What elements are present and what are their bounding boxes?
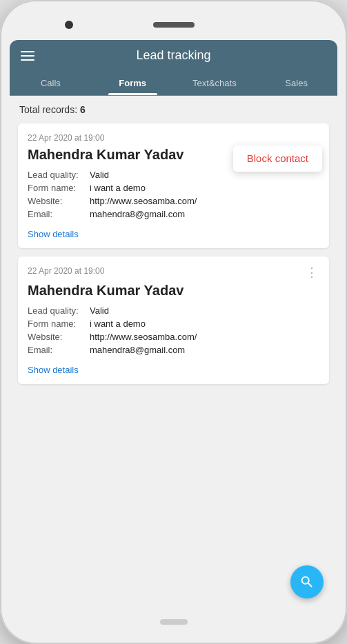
detail-email-1: Email: mahendra8@gmail.com xyxy=(28,209,319,219)
phone-bottom-bar xyxy=(160,612,188,632)
tabs-bar: Calls Forms Text&chats Sales xyxy=(10,71,337,96)
phone-home-button xyxy=(160,619,188,625)
app-title: Lead tracking xyxy=(136,48,210,63)
show-details-link-2[interactable]: Show details xyxy=(28,365,79,375)
app-header: Lead tracking xyxy=(10,40,337,71)
form-name-value-1: i want a demo xyxy=(90,183,146,193)
block-contact-label[interactable]: Block contact xyxy=(247,152,308,164)
card-top-row-2: 22 Apr 2020 at 19:00 ⋮ xyxy=(28,266,319,279)
search-icon xyxy=(299,574,315,590)
show-details-link-1[interactable]: Show details xyxy=(28,229,79,239)
card-top-row-1: 22 Apr 2020 at 19:00 xyxy=(28,133,319,143)
detail-email-2: Email: mahendra8@gmail.com xyxy=(28,345,319,355)
content-area: Total records: 6 22 Apr 2020 at 19:00 Bl… xyxy=(10,96,337,612)
tab-sales[interactable]: Sales xyxy=(255,71,337,95)
detail-form-name-2: Form name: i want a demo xyxy=(28,319,319,329)
record-card-2: 22 Apr 2020 at 19:00 ⋮ Mahendra Kumar Ya… xyxy=(18,256,329,384)
detail-website-2: Website: http://www.seosamba.com/ xyxy=(28,332,319,342)
phone-camera xyxy=(65,21,73,29)
phone-speaker xyxy=(153,22,195,28)
block-contact-popup[interactable]: Block contact xyxy=(233,145,322,172)
website-label-1: Website: xyxy=(28,196,90,206)
email-value-2: mahendra8@gmail.com xyxy=(90,345,185,355)
record-card-1: 22 Apr 2020 at 19:00 Block contact Mahen… xyxy=(18,123,329,248)
hamburger-menu-button[interactable] xyxy=(21,51,34,61)
phone-top-bar xyxy=(10,12,337,37)
phone-screen: Lead tracking Calls Forms Text&chats Sal… xyxy=(10,40,337,612)
tab-calls[interactable]: Calls xyxy=(10,71,92,95)
lead-quality-value-2: Valid xyxy=(90,305,109,316)
tab-text-chats[interactable]: Text&chats xyxy=(174,71,256,95)
more-options-button-2[interactable]: ⋮ xyxy=(304,266,319,279)
form-name-value-2: i want a demo xyxy=(90,319,146,329)
lead-quality-label-1: Lead quality: xyxy=(28,170,90,180)
form-name-label-1: Form name: xyxy=(28,183,90,193)
contact-name-2: Mahendra Kumar Yadav xyxy=(28,283,319,299)
lead-quality-value-1: Valid xyxy=(90,170,109,180)
phone-device: Lead tracking Calls Forms Text&chats Sal… xyxy=(0,0,347,644)
form-name-label-2: Form name: xyxy=(28,319,90,329)
card-date-2: 22 Apr 2020 at 19:00 xyxy=(28,266,104,276)
detail-lead-quality-2: Lead quality: Valid xyxy=(28,305,319,316)
website-value-1: http://www.seosamba.com/ xyxy=(90,196,197,206)
lead-quality-label-2: Lead quality: xyxy=(28,305,90,316)
card-date-1: 22 Apr 2020 at 19:00 xyxy=(28,133,104,143)
website-label-2: Website: xyxy=(28,332,90,342)
email-label-1: Email: xyxy=(28,209,90,219)
search-fab-button[interactable] xyxy=(290,565,324,598)
total-records: Total records: 6 xyxy=(18,104,329,115)
email-label-2: Email: xyxy=(28,345,90,355)
tab-forms[interactable]: Forms xyxy=(92,71,174,95)
website-value-2: http://www.seosamba.com/ xyxy=(90,332,197,342)
detail-website-1: Website: http://www.seosamba.com/ xyxy=(28,196,319,206)
total-records-value: 6 xyxy=(80,104,86,115)
email-value-1: mahendra8@gmail.com xyxy=(90,209,185,219)
detail-form-name-1: Form name: i want a demo xyxy=(28,183,319,193)
